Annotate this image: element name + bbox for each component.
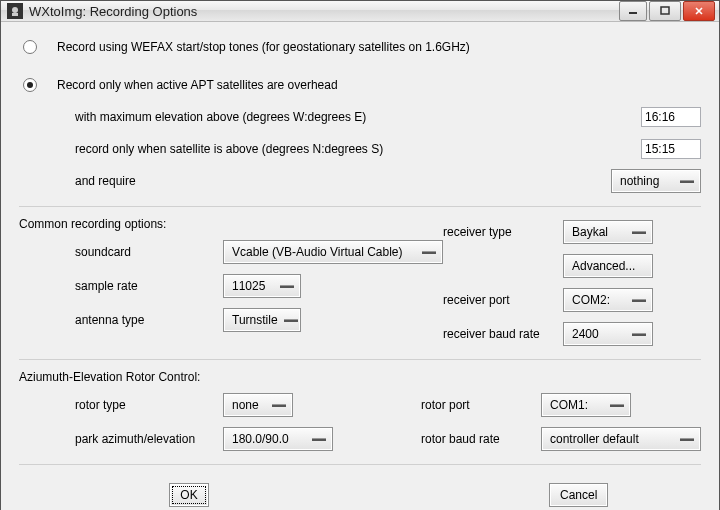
dropdown-caret-icon (630, 329, 648, 339)
dropdown-caret-icon (630, 227, 648, 237)
receiver-baud-dropdown[interactable]: 2400 (563, 322, 653, 346)
dialog-window: WXtoImg: Recording Options Record using … (0, 0, 720, 510)
antenna-type-value: Turnstile (232, 313, 278, 327)
dropdown-caret-icon (270, 400, 288, 410)
soundcard-dropdown[interactable]: Vcable (VB-Audio Virtual Cable) (223, 240, 443, 264)
mode-apt-radio[interactable] (23, 78, 37, 92)
receiver-type-label: receiver type (443, 225, 563, 239)
close-button[interactable] (683, 1, 715, 21)
rotor-baud-label: rotor baud rate (421, 432, 541, 446)
sample-rate-value: 11025 (232, 279, 265, 293)
horizon-label: record only when satellite is above (deg… (75, 142, 383, 156)
rotor-port-value: COM1: (550, 398, 588, 412)
advanced-button[interactable]: Advanced... (563, 254, 653, 278)
divider (19, 464, 701, 465)
maximize-button[interactable] (649, 1, 681, 21)
cancel-button[interactable]: Cancel (549, 483, 608, 507)
antenna-type-dropdown[interactable]: Turnstile (223, 308, 301, 332)
horizon-input[interactable] (641, 139, 701, 159)
receiver-baud-label: receiver baud rate (443, 327, 563, 341)
rotor-baud-dropdown[interactable]: controller default (541, 427, 701, 451)
rotor-type-dropdown[interactable]: none (223, 393, 293, 417)
ok-button[interactable]: OK (169, 483, 209, 507)
divider (19, 359, 701, 360)
dropdown-caret-icon (284, 315, 298, 325)
app-icon (7, 3, 23, 19)
antenna-type-label: antenna type (75, 313, 223, 327)
window-buttons (619, 1, 715, 21)
mode-wefax-radio[interactable] (23, 40, 37, 54)
soundcard-value: Vcable (VB-Audio Virtual Cable) (232, 245, 403, 259)
minimize-button[interactable] (619, 1, 647, 21)
sample-rate-label: sample rate (75, 279, 223, 293)
divider (19, 206, 701, 207)
mode-apt-label: Record only when active APT satellites a… (57, 78, 338, 92)
titlebar[interactable]: WXtoImg: Recording Options (1, 1, 719, 22)
receiver-port-value: COM2: (572, 293, 610, 307)
rotor-heading: Aziumuth-Elevation Rotor Control: (19, 370, 701, 384)
max-elevation-label: with maximum elevation above (degrees W:… (75, 110, 366, 124)
sample-rate-dropdown[interactable]: 11025 (223, 274, 301, 298)
rotor-type-label: rotor type (75, 398, 223, 412)
require-dropdown[interactable]: nothing (611, 169, 701, 193)
receiver-type-value: Baykal (572, 225, 608, 239)
window-title: WXtoImg: Recording Options (29, 4, 619, 19)
client-area: Record using WEFAX start/stop tones (for… (1, 22, 719, 510)
require-value: nothing (620, 174, 659, 188)
mode-wefax-label: Record using WEFAX start/stop tones (for… (57, 40, 470, 54)
rotor-type-value: none (232, 398, 259, 412)
require-label: and require (75, 174, 136, 188)
park-label: park azimuth/elevation (75, 432, 223, 446)
park-value: 180.0/90.0 (232, 432, 289, 446)
receiver-baud-value: 2400 (572, 327, 599, 341)
receiver-type-dropdown[interactable]: Baykal (563, 220, 653, 244)
dropdown-caret-icon (630, 295, 648, 305)
max-elevation-input[interactable] (641, 107, 701, 127)
svg-rect-3 (661, 7, 669, 14)
dropdown-caret-icon (310, 434, 328, 444)
svg-rect-1 (12, 13, 18, 16)
dropdown-caret-icon (420, 247, 438, 257)
dropdown-caret-icon (608, 400, 626, 410)
svg-point-0 (12, 7, 18, 13)
soundcard-label: soundcard (75, 245, 223, 259)
rotor-port-label: rotor port (421, 398, 541, 412)
park-dropdown[interactable]: 180.0/90.0 (223, 427, 333, 451)
rotor-baud-value: controller default (550, 432, 639, 446)
dropdown-caret-icon (278, 281, 296, 291)
rotor-port-dropdown[interactable]: COM1: (541, 393, 631, 417)
svg-rect-2 (629, 12, 637, 14)
receiver-port-label: receiver port (443, 293, 563, 307)
common-heading: Common recording options: (19, 217, 443, 231)
receiver-port-dropdown[interactable]: COM2: (563, 288, 653, 312)
dropdown-caret-icon (678, 176, 696, 186)
dropdown-caret-icon (678, 434, 696, 444)
